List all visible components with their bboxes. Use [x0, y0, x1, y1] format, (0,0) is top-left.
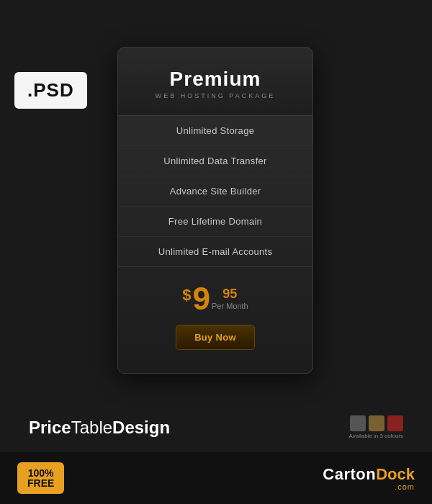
feature-item: Unlimited Data Transfer — [118, 146, 312, 176]
title-price: Price — [29, 418, 71, 437]
swatches-label: Available in 3 colours — [349, 433, 403, 439]
features-list: Unlimited Storage Unlimited Data Transfe… — [118, 116, 312, 266]
brand-name: CartonDock — [323, 465, 415, 484]
brand-part2: Dock — [376, 465, 415, 484]
free-label: FREE — [27, 478, 54, 488]
price-display: $ 9 95 Per Month — [130, 283, 301, 315]
brand-logo: CartonDock .com — [323, 465, 415, 491]
title-table: Table — [71, 418, 112, 437]
footer-bar: 100% FREE CartonDock .com — [0, 452, 432, 504]
price-cents: 95 — [212, 287, 248, 300]
pricing-card: Premium WEB HOSTING PACKAGE Unlimited St… — [117, 47, 313, 374]
free-badge: 100% FREE — [17, 462, 64, 494]
title-row: PriceTableDesign Available in 3 colours — [0, 415, 432, 439]
brand-part1: Carton — [323, 465, 376, 484]
swatch-gray — [350, 415, 366, 431]
psd-badge-label: .PSD — [27, 79, 74, 101]
swatch-row — [350, 415, 403, 431]
buy-now-button[interactable]: Buy Now — [176, 325, 255, 350]
color-swatches: Available in 3 colours — [349, 415, 403, 439]
price-period: Per Month — [212, 302, 248, 310]
plan-name: Premium — [132, 68, 298, 91]
card-header: Premium WEB HOSTING PACKAGE — [118, 48, 312, 116]
psd-badge: .PSD — [14, 72, 87, 109]
feature-item: Advance Site Builder — [118, 176, 312, 207]
feature-item: Unlimited E-mail Accounts — [118, 237, 312, 266]
main-title: PriceTableDesign — [29, 418, 170, 438]
price-dollar-sign: $ — [182, 286, 191, 305]
swatch-red — [387, 415, 403, 431]
feature-item: Free Lifetime Domain — [118, 207, 312, 237]
swatch-brown — [369, 415, 384, 431]
brand-com: .com — [395, 482, 415, 491]
feature-item: Unlimited Storage — [118, 116, 312, 146]
plan-subtitle: WEB HOSTING PACKAGE — [132, 92, 298, 99]
price-main: 9 — [193, 283, 210, 315]
pricing-section: $ 9 95 Per Month Buy Now — [118, 266, 312, 373]
price-cents-block: 95 Per Month — [212, 287, 248, 310]
free-pct: 100% — [28, 468, 54, 478]
title-design: Design — [112, 418, 170, 437]
